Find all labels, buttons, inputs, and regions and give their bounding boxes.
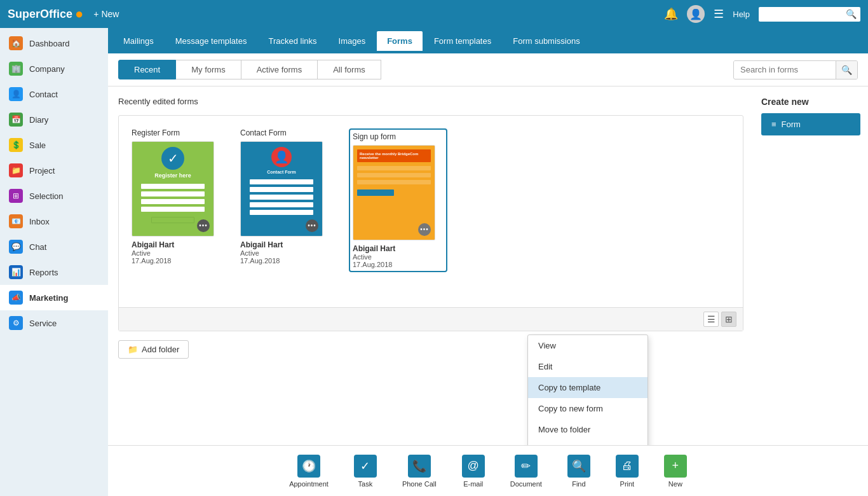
sidebar-item-marketing[interactable]: 📣 Marketing: [0, 285, 108, 310]
help-link[interactable]: Help: [733, 10, 750, 19]
form-card-title-contact: Contact Form: [240, 128, 339, 137]
form-menu-register[interactable]: •••: [197, 219, 210, 232]
tab-form-submissions[interactable]: Form submissions: [503, 31, 590, 51]
sidebar-label-diary: Diary: [29, 115, 48, 125]
bottom-action-new[interactable]: + New: [651, 450, 700, 493]
sidebar-item-sale[interactable]: 💲 Sale: [0, 132, 108, 158]
global-search-wrap: 🔍: [759, 7, 860, 22]
sidebar-label-reports: Reports: [29, 268, 58, 277]
sidebar-item-contact[interactable]: 👤 Contact: [0, 81, 108, 107]
sidebar-item-inbox[interactable]: 📧 Inbox: [0, 209, 108, 234]
bottom-action-appointment[interactable]: 🕐 Appointment: [276, 450, 341, 493]
logo[interactable]: SuperOffice ●: [8, 6, 83, 22]
search-forms-button[interactable]: 🔍: [836, 61, 857, 79]
form-thumbnail-register: ✓ Register here •: [132, 141, 214, 237]
bell-icon[interactable]: 🔔: [664, 7, 678, 21]
sidebar-item-project[interactable]: 📁 Project: [0, 158, 108, 183]
signup-btn: [357, 189, 394, 196]
sidebar-item-diary[interactable]: 📅 Diary: [0, 107, 108, 132]
card-date-contact: 17.Aug.2018: [240, 257, 339, 265]
bottom-action-print[interactable]: 🖨 Print: [603, 450, 651, 493]
bottom-action-document[interactable]: ✏ Document: [498, 450, 555, 493]
tab-tracked-links[interactable]: Tracked links: [258, 31, 327, 51]
card-status-register: Active: [132, 249, 230, 257]
bottom-action-email[interactable]: @ E-mail: [449, 450, 498, 493]
tab-mailings[interactable]: Mailings: [113, 31, 164, 51]
sidebar-item-company[interactable]: 🏢 Company: [0, 56, 108, 81]
list-view-button[interactable]: ☰: [703, 312, 719, 327]
form-menu-signup[interactable]: •••: [418, 223, 431, 236]
context-menu-view[interactable]: View: [528, 335, 648, 356]
grid-view-button[interactable]: ⊞: [721, 312, 736, 327]
tab-images[interactable]: Images: [329, 31, 376, 51]
menu-icon[interactable]: ☰: [714, 7, 724, 21]
main: Mailings Message templates Tracked links…: [108, 28, 868, 496]
create-form-button[interactable]: ≡ Form: [761, 113, 860, 135]
content-area: Recent My forms Active forms All forms 🔍…: [108, 53, 868, 445]
appointment-label: Appointment: [289, 480, 329, 488]
menu-dots-signup: •••: [420, 226, 429, 233]
subtab-all-forms[interactable]: All forms: [318, 60, 381, 79]
card-owner-register: Abigail Hart: [132, 240, 230, 249]
tab-form-templates[interactable]: Form templates: [424, 31, 501, 51]
form-thumbnail-contact: 👤 Contact Form •: [240, 141, 323, 237]
contact-field-4: [250, 202, 314, 207]
subtabs: Recent My forms Active forms All forms 🔍: [108, 53, 868, 86]
marketing-icon: 📣: [9, 291, 23, 305]
context-menu-copy-to-new[interactable]: Copy to new form: [528, 398, 648, 419]
form-card-title-register: Register Form: [132, 128, 230, 137]
sidebar-item-service[interactable]: ⚙ Service: [0, 310, 108, 336]
document-icon: ✏: [515, 455, 538, 478]
create-new-panel: Create new ≡ Form: [754, 86, 868, 445]
sidebar-label-inbox: Inbox: [29, 217, 50, 226]
print-label: Print: [620, 480, 635, 488]
sidebar-item-reports[interactable]: 📊 Reports: [0, 259, 108, 285]
add-folder-button[interactable]: 📁 Add folder: [118, 340, 189, 359]
context-menu-copy-to-template[interactable]: Copy to template: [528, 377, 648, 398]
contact-field-3: [250, 195, 314, 200]
search-forms-input[interactable]: [734, 61, 836, 78]
card-status-signup: Active: [353, 253, 444, 261]
form-card-register[interactable]: Register Form ✓ Register here: [132, 128, 230, 265]
subtab-active-forms[interactable]: Active forms: [241, 60, 318, 79]
sidebar-label-contact: Contact: [29, 90, 58, 99]
sidebar-label-selection: Selection: [29, 191, 63, 201]
bottom-action-phone-call[interactable]: 📞 Phone Call: [390, 450, 449, 493]
avatar-image: 👤: [689, 8, 702, 20]
form-card-signup[interactable]: Sign up form Receive the monthly BridgeC…: [349, 128, 447, 272]
subtab-my-forms[interactable]: My forms: [176, 60, 241, 79]
card-date-register: 17.Aug.2018: [132, 257, 230, 265]
diary-icon: 📅: [9, 113, 23, 127]
bottom-bar: 🕐 Appointment ✓ Task 📞 Phone Call @ E-ma…: [108, 445, 868, 496]
sidebar-label-chat: Chat: [29, 242, 46, 252]
chat-icon: 💬: [9, 240, 23, 254]
company-icon: 🏢: [9, 62, 23, 76]
context-menu-move-to-folder[interactable]: Move to folder: [528, 419, 648, 440]
sidebar-item-dashboard[interactable]: 🏠 Dashboard: [0, 31, 108, 56]
bottom-action-task[interactable]: ✓ Task: [341, 450, 390, 493]
tab-message-templates[interactable]: Message templates: [165, 31, 257, 51]
find-icon: 🔍: [567, 455, 590, 478]
search-in-forms: 🔍: [733, 60, 858, 79]
new-button[interactable]: + New: [93, 9, 119, 19]
contact-icon: 👤: [9, 87, 23, 101]
context-menu-edit[interactable]: Edit: [528, 356, 648, 377]
card-meta-register: Abigail Hart Active 17.Aug.2018: [132, 240, 230, 265]
thumb-field-2: [141, 191, 205, 196]
signup-field-2: [357, 173, 431, 177]
card-status-contact: Active: [240, 249, 339, 257]
context-menu-delete[interactable]: Delete: [528, 440, 648, 445]
avatar[interactable]: 👤: [687, 5, 705, 23]
logo-text: SuperOffice: [8, 8, 72, 21]
global-search-input[interactable]: [759, 7, 860, 22]
subtab-recent[interactable]: Recent: [118, 60, 176, 79]
sidebar-label-project: Project: [29, 166, 55, 176]
tab-forms[interactable]: Forms: [377, 31, 423, 51]
logo-dot: ●: [75, 6, 83, 22]
bottom-action-find[interactable]: 🔍 Find: [555, 450, 603, 493]
form-menu-contact[interactable]: •••: [306, 219, 318, 232]
sidebar-item-chat[interactable]: 💬 Chat: [0, 234, 108, 259]
form-card-contact[interactable]: Contact Form 👤 Contact Form: [240, 128, 339, 265]
card-meta-signup: Abigail Hart Active 17.Aug.2018: [353, 244, 444, 268]
sidebar-item-selection[interactable]: ⊞ Selection: [0, 183, 108, 209]
